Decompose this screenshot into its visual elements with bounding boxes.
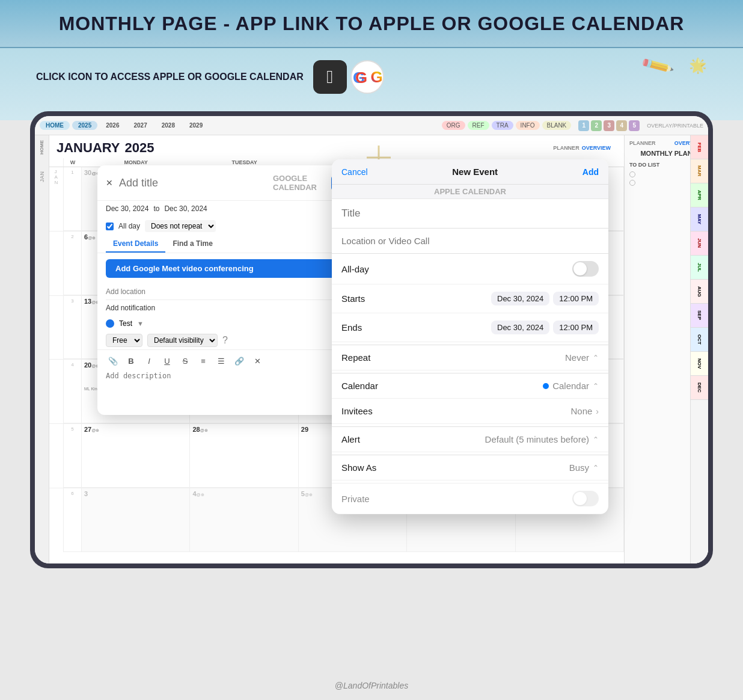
toolbar-underline-icon[interactable]: U — [160, 354, 174, 368]
google-repeat-select[interactable]: Does not repeat Every day Every week — [145, 220, 216, 232]
planner-nav: PLANNER OVERVIEW — [553, 145, 611, 151]
num-pill-5[interactable]: 5 — [629, 120, 640, 131]
apple-showas-text: Busy — [569, 462, 589, 473]
apple-private-label: Private — [341, 494, 370, 504]
color-chevron: ▼ — [137, 320, 144, 327]
nav-year-2026[interactable]: 2026 — [100, 121, 125, 130]
apple-starts-date[interactable]: Dec 30, 2024 — [491, 292, 549, 305]
google-description-input[interactable] — [106, 372, 341, 408]
google-cal-label: GOOGLE CALENDAR — [264, 174, 325, 192]
year-title: 2025 — [125, 140, 154, 156]
tab-find-time[interactable]: Find a Time — [165, 236, 219, 253]
instruction-area: CLICK ICON TO ACCESS APPLE OR GOOGLE CAL… — [36, 60, 384, 94]
apple-invitees-label: Invitees — [341, 406, 373, 416]
toolbar-list-icon[interactable]: ≡ — [196, 354, 210, 368]
invitees-chevron-icon: › — [596, 407, 599, 416]
calendar-chevron-icon: ⌃ — [593, 382, 599, 390]
week-num-1: 1 — [64, 167, 82, 231]
google-allday-checkbox[interactable] — [106, 223, 114, 230]
google-help-icon[interactable]: ? — [222, 335, 228, 346]
sidebar-tab-feb[interactable]: FEB — [691, 135, 708, 159]
apple-calendar-icon[interactable]:  — [313, 60, 347, 94]
toolbar-ordered-list-icon[interactable]: ☰ — [214, 354, 228, 368]
sidebar-tab-oct[interactable]: OCT — [691, 328, 708, 352]
apple-allday-label: All-day — [341, 264, 369, 274]
apple-cancel-button[interactable]: Cancel — [341, 167, 368, 177]
nav-year-2027[interactable]: 2027 — [128, 121, 153, 130]
apple-invitees-text: None — [570, 406, 592, 416]
device-frame: HOME 2025 2026 2027 2028 2029 ORG REF TR… — [30, 111, 713, 568]
calendar-body: HOME JAN JANUARY 2025 — [35, 135, 708, 563]
google-status-row: Free Busy Default visibility Public Priv… — [97, 331, 350, 349]
home-sidebar-label: HOME — [39, 135, 44, 159]
left-sidebar: HOME JAN — [35, 135, 49, 563]
google-title-input[interactable] — [119, 177, 258, 189]
apple-header: Cancel New Event Add — [332, 159, 608, 185]
sidebar-tab-may[interactable]: MAY — [691, 207, 708, 232]
apple-repeat-value: Never ⌃ — [565, 352, 599, 363]
google-meet-button[interactable]: Add Google Meet video conferencing — [106, 259, 341, 278]
nav-tra[interactable]: TRA — [492, 121, 513, 130]
deco-area: CLICK ICON TO ACCESS APPLE OR GOOGLE CAL… — [0, 48, 743, 120]
num-pill-4[interactable]: 4 — [616, 120, 627, 131]
apple-ends-time[interactable]: 12:00 PM — [553, 321, 599, 334]
toolbar-strikethrough-icon[interactable]: S — [178, 354, 192, 368]
alert-chevron-icon: ⌃ — [593, 435, 599, 444]
apple-invitees-value: None › — [570, 406, 599, 416]
sidebar-tab-mar[interactable]: MAR — [691, 159, 708, 183]
nav-info[interactable]: INFO — [516, 121, 540, 130]
google-location-input[interactable] — [106, 284, 341, 300]
sidebar-tab-aug[interactable]: AUG — [691, 280, 708, 304]
google-close-button[interactable]: ✕ — [106, 177, 113, 189]
sidebar-tab-dec[interactable]: DEC — [691, 376, 708, 400]
sidebar-tab-jul[interactable]: JUL — [691, 256, 708, 280]
num-pill-1[interactable]: 1 — [578, 120, 589, 131]
num-pill-2[interactable]: 2 — [591, 120, 602, 131]
apple-repeat-row: Repeat Never ⌃ — [332, 345, 608, 370]
nav-year-2028[interactable]: 2028 — [156, 121, 181, 130]
nav-home[interactable]: HOME — [40, 121, 70, 130]
toolbar-italic-icon[interactable]: I — [142, 354, 156, 368]
apple-allday-toggle[interactable] — [572, 261, 599, 277]
jan-sidebar-label: JAN — [39, 171, 45, 182]
pencil-decoration: ✏️ — [640, 48, 676, 84]
apple-calendar-row: Calendar Calendar ⌃ — [332, 373, 608, 399]
nav-year-2025[interactable]: 2025 — [72, 121, 97, 130]
apple-location-input[interactable] — [332, 229, 608, 254]
tab-event-details[interactable]: Event Details — [106, 236, 165, 253]
todo-circle-1 — [629, 171, 635, 177]
google-status-select[interactable]: Free Busy — [106, 334, 142, 347]
jan-label-cell: JAN — [49, 167, 64, 231]
week-num-6: 6 — [64, 488, 82, 552]
sidebar-tab-apr[interactable]: APR — [691, 183, 708, 207]
apple-private-toggle[interactable] — [572, 491, 599, 506]
right-month-tabs: FEB MAR APR MAY JUN JUL AUG SEP OCT NOV … — [690, 135, 708, 563]
apple-title-input[interactable] — [332, 199, 608, 229]
nav-right-pills: ORG REF TRA INFO BLANK — [442, 121, 571, 130]
nav-blank[interactable]: BLANK — [542, 121, 572, 130]
google-calendar-icon[interactable]: G G G — [350, 60, 384, 94]
month-title: JANUARY — [57, 140, 120, 156]
apple-calendar-text: Calendar — [552, 381, 589, 391]
apple-event-title: New Event — [452, 167, 498, 177]
nav-org[interactable]: ORG — [442, 121, 465, 130]
apple-ends-date[interactable]: Dec 30, 2024 — [491, 321, 549, 334]
sidebar-tab-jun[interactable]: JUN — [691, 232, 708, 256]
toolbar-bold-icon[interactable]: B — [124, 354, 138, 368]
google-visibility-select[interactable]: Default visibility Public Private — [147, 334, 218, 347]
sidebar-tab-sep[interactable]: SEP — [691, 304, 708, 328]
apple-starts-time[interactable]: 12:00 PM — [553, 292, 599, 305]
apple-add-button[interactable]: Add — [582, 167, 599, 177]
apple-repeat-label: Repeat — [341, 352, 370, 363]
toolbar-link-icon[interactable]: 🔗 — [232, 354, 246, 368]
google-toolbar: 📎 B I U S ≡ ☰ 🔗 ✕ — [97, 349, 350, 372]
sidebar-tab-nov[interactable]: NOV — [691, 352, 708, 376]
num-pill-3[interactable]: 3 — [604, 120, 614, 131]
toolbar-clear-icon[interactable]: ✕ — [250, 354, 264, 368]
google-notification: Add notification — [97, 300, 350, 316]
apple-alert-label: Alert — [341, 434, 360, 444]
nav-ref[interactable]: REF — [468, 121, 489, 130]
apple-alert-row: Alert Default (5 minutes before) ⌃ — [332, 426, 608, 452]
toolbar-attach-icon[interactable]: 📎 — [106, 354, 120, 368]
nav-year-2029[interactable]: 2029 — [183, 121, 209, 130]
